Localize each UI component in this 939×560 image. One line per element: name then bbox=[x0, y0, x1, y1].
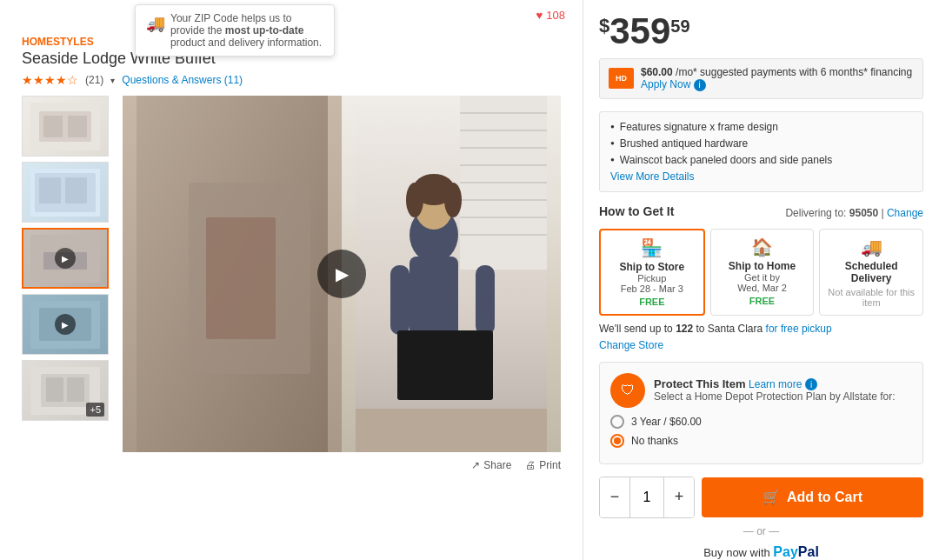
svg-rect-15 bbox=[67, 377, 84, 402]
delivering-to-label: Delivering to: bbox=[785, 207, 846, 219]
heart-icon: ♥ bbox=[536, 9, 543, 22]
cart-section: − + 🛒 Add to Cart — or — Buy now with Pa… bbox=[599, 477, 923, 560]
change-store-link[interactable]: Change Store bbox=[599, 339, 663, 351]
thumbnail-3[interactable]: ▶ bbox=[22, 228, 109, 289]
main-image-left bbox=[123, 96, 342, 452]
play-icon-4: ▶ bbox=[55, 314, 76, 335]
feature-text-3: Wainscot back paneled doors and side pan… bbox=[620, 154, 832, 166]
radio-button-no-thanks[interactable] bbox=[610, 434, 624, 448]
send-text-2: to Santa Clara bbox=[696, 323, 763, 335]
ship-to-home-title: Ship to Home bbox=[716, 260, 809, 272]
svg-rect-6 bbox=[39, 177, 61, 203]
svg-rect-36 bbox=[476, 265, 495, 335]
learn-more-link[interactable]: Learn more bbox=[749, 378, 802, 390]
scheduled-delivery-option[interactable]: 🚚 Scheduled Delivery Not available for t… bbox=[819, 229, 923, 316]
thumbnail-4[interactable]: ▶ bbox=[22, 294, 109, 355]
rating-count[interactable]: (21) bbox=[85, 74, 103, 86]
hd-logo: HD bbox=[609, 68, 634, 89]
paypal-logo[interactable]: PayPal bbox=[773, 544, 818, 559]
share-link[interactable]: ↗ Share bbox=[471, 459, 511, 471]
how-to-get-it-section: How to Get It Delivering to: 95050 | Cha… bbox=[599, 204, 923, 351]
free-pickup-link[interactable]: for free pickup bbox=[766, 323, 832, 335]
protect-section: 🛡 Protect This Item Learn more i Select … bbox=[599, 362, 923, 464]
svg-rect-37 bbox=[397, 330, 493, 400]
quantity-input[interactable] bbox=[629, 477, 664, 517]
scheduled-delivery-title: Scheduled Delivery bbox=[825, 260, 917, 284]
thumbnail-5[interactable]: +5 bbox=[22, 360, 109, 421]
feature-1: ● Features signature x frame design bbox=[610, 121, 912, 133]
svg-point-34 bbox=[444, 183, 462, 217]
thumbnail-plus-count: +5 bbox=[86, 403, 104, 417]
protection-label-1: 3 Year / $60.00 bbox=[631, 416, 702, 428]
ship-to-store-sub: Pickup bbox=[606, 273, 698, 283]
scheduled-delivery-sub: Not available for this item bbox=[825, 287, 917, 308]
ship-to-home-option[interactable]: 🏠 Ship to Home Get it by Wed, Mar 2 FREE bbox=[710, 229, 815, 316]
svg-rect-14 bbox=[46, 377, 63, 402]
price-dollar-sign: $ bbox=[599, 15, 609, 37]
ship-to-store-price: FREE bbox=[606, 297, 698, 307]
ship-to-home-dates: Wed, Mar 2 bbox=[716, 283, 809, 293]
star-rating[interactable]: ★★★★☆ bbox=[22, 73, 78, 87]
financing-description: /mo* suggested payments with 6 months* f… bbox=[676, 66, 912, 78]
chevron-down-icon: ▾ bbox=[110, 76, 115, 85]
price-cents: 59 bbox=[670, 17, 689, 37]
bullet-icon-2: ● bbox=[610, 139, 615, 147]
svg-rect-2 bbox=[43, 116, 63, 137]
buy-now-text: Buy now with bbox=[703, 546, 770, 559]
thumbnail-list: ▶ ▶ +5 bbox=[22, 96, 116, 452]
protect-info-icon[interactable]: i bbox=[805, 378, 817, 390]
brand-link[interactable]: HOMESTYLES bbox=[22, 36, 94, 48]
main-image[interactable]: ▶ bbox=[123, 96, 561, 452]
feature-2: ● Brushed antiqued hardware bbox=[610, 137, 912, 150]
thumbnail-1[interactable] bbox=[22, 96, 109, 157]
svg-rect-35 bbox=[390, 265, 410, 335]
svg-rect-18 bbox=[206, 217, 276, 339]
feature-text-1: Features signature x frame design bbox=[620, 121, 778, 133]
qty-add-row: − + 🛒 Add to Cart bbox=[599, 477, 923, 518]
play-icon-3: ▶ bbox=[55, 248, 76, 269]
wishlist-button[interactable]: ♥ 108 bbox=[536, 9, 565, 22]
quantity-increase-button[interactable]: + bbox=[664, 477, 694, 517]
ship-to-home-sub: Get it by bbox=[716, 272, 809, 283]
apply-now-link[interactable]: Apply Now bbox=[641, 78, 690, 90]
how-to-get-it-title: How to Get It bbox=[599, 204, 674, 218]
paypal-al: Pal bbox=[798, 544, 819, 559]
delivery-zip: 95050 bbox=[849, 207, 878, 219]
rating-row: ★★★★☆ (21) ▾ Questions & Answers (11) bbox=[22, 73, 561, 87]
or-divider: — or — bbox=[599, 525, 923, 537]
price-main: 359 bbox=[609, 13, 670, 50]
svg-rect-7 bbox=[65, 177, 87, 203]
protection-option-1[interactable]: 3 Year / $60.00 bbox=[610, 415, 912, 429]
ship-to-home-price: FREE bbox=[716, 296, 809, 306]
bullet-icon-3: ● bbox=[610, 156, 615, 163]
protection-option-no-thanks[interactable]: No thanks bbox=[610, 434, 912, 448]
ship-to-store-dates: Feb 28 - Mar 3 bbox=[606, 283, 698, 294]
view-more-details-link[interactable]: View More Details bbox=[610, 170, 912, 183]
financing-text: $60.00 /mo* suggested payments with 6 mo… bbox=[641, 66, 914, 91]
wishlist-count: 108 bbox=[546, 9, 565, 22]
ship-to-store-title: Ship to Store bbox=[606, 261, 698, 273]
protection-label-no-thanks: No thanks bbox=[631, 435, 678, 447]
add-to-cart-button[interactable]: 🛒 Add to Cart bbox=[702, 477, 923, 517]
print-link[interactable]: 🖨 Print bbox=[525, 459, 561, 471]
left-panel: 🚚 Your ZIP Code helps us to provide the … bbox=[0, 0, 583, 560]
paypal-pp: Pay bbox=[773, 544, 797, 559]
store-icon: 🏪 bbox=[606, 237, 698, 258]
financing-info-icon[interactable]: i bbox=[694, 79, 706, 91]
qa-link[interactable]: Questions & Answers (11) bbox=[122, 74, 243, 86]
ship-to-store-option[interactable]: 🏪 Ship to Store Pickup Feb 28 - Mar 3 FR… bbox=[599, 229, 705, 316]
send-text-1: We'll send up to bbox=[599, 323, 676, 335]
financing-bar: HD $60.00 /mo* suggested payments with 6… bbox=[599, 58, 923, 99]
svg-rect-3 bbox=[68, 116, 87, 137]
bottom-actions: ↗ Share 🖨 Print bbox=[9, 452, 574, 478]
home-icon: 🏠 bbox=[716, 237, 809, 257]
zip-tooltip-content: Your ZIP Code helps us to provide the mo… bbox=[170, 12, 323, 49]
thumbnail-2[interactable] bbox=[22, 162, 109, 223]
quantity-decrease-button[interactable]: − bbox=[600, 477, 629, 517]
protect-logo: 🛡 bbox=[610, 373, 645, 408]
paypal-row: Buy now with PayPal bbox=[599, 544, 923, 560]
price-section: $ 359 59 bbox=[599, 13, 923, 50]
radio-button-1[interactable] bbox=[610, 415, 624, 429]
video-play-button[interactable]: ▶ bbox=[317, 250, 366, 298]
change-zip-link[interactable]: Change bbox=[887, 207, 923, 219]
